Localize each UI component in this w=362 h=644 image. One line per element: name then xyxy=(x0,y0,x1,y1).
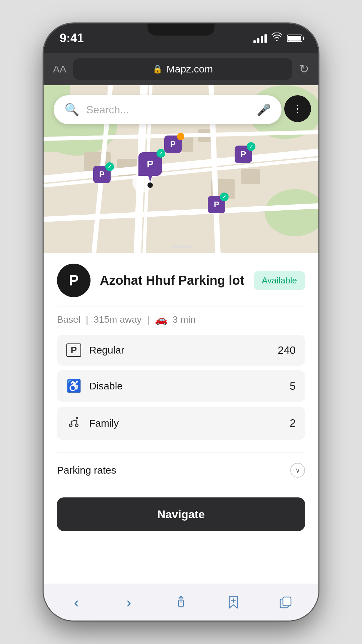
disable-icon: ♿ xyxy=(66,379,81,393)
lot-header: P Azohat Hhuf Parking lot Available xyxy=(57,264,305,297)
search-bar[interactable]: 🔍 Search... 🎤 xyxy=(54,95,282,124)
parking-type-disable[interactable]: ♿ Disable 5 xyxy=(57,370,305,402)
availability-badge: Available xyxy=(254,271,305,290)
status-icons xyxy=(253,33,302,44)
phone-frame: 9:41 xyxy=(44,23,318,621)
more-options-button[interactable]: ⋮ xyxy=(284,95,311,122)
browser-forward-button[interactable]: › xyxy=(115,594,142,611)
parking-marker-5[interactable]: P ✓ xyxy=(208,196,225,213)
parking-rates-section[interactable]: Parking rates ∨ xyxy=(57,452,305,488)
family-icon xyxy=(66,415,81,431)
svg-rect-8 xyxy=(241,169,260,184)
browser-url-container[interactable]: 🔒 Mapz.com xyxy=(73,58,292,80)
map-area[interactable]: 🔍 Search... 🎤 ⋮ P P ✓ xyxy=(44,85,318,253)
lot-icon-letter: P xyxy=(69,272,78,289)
search-icon: 🔍 xyxy=(64,103,79,117)
svg-point-14 xyxy=(76,417,78,419)
browser-tabs-button[interactable] xyxy=(272,596,299,608)
parking-marker-main[interactable]: P ✓ xyxy=(137,152,164,188)
browser-share-button[interactable] xyxy=(168,596,194,609)
browser-nav-bar: ‹ › xyxy=(44,584,318,621)
drag-handle[interactable] xyxy=(171,246,191,248)
lot-icon: P xyxy=(57,264,90,297)
family-count: 2 xyxy=(290,417,296,429)
browser-bar: AA 🔒 Mapz.com ↻ xyxy=(44,53,318,85)
badge-orange xyxy=(177,133,184,140)
disable-label: Disable xyxy=(89,380,282,392)
signal-bars-icon xyxy=(253,34,267,43)
regular-parking-icon: P xyxy=(66,343,81,357)
regular-label: Regular xyxy=(89,344,270,356)
status-time: 9:41 xyxy=(60,31,84,45)
parking-marker-2[interactable]: P ✓ xyxy=(235,146,252,163)
browser-bookmarks-button[interactable] xyxy=(220,596,247,609)
drive-time: 3 min xyxy=(173,314,195,325)
search-input[interactable]: Search... xyxy=(86,104,250,116)
badge-check: ✓ xyxy=(247,142,255,151)
battery-icon xyxy=(287,35,302,42)
phone-screen: 9:41 xyxy=(44,23,318,621)
parking-type-regular[interactable]: P Regular 240 xyxy=(57,335,305,366)
navigate-button[interactable]: Navigate xyxy=(57,497,305,531)
chevron-down-icon[interactable]: ∨ xyxy=(290,463,305,478)
refresh-icon[interactable]: ↻ xyxy=(299,62,309,76)
parking-marker-1[interactable]: P xyxy=(164,136,182,153)
rates-label: Parking rates xyxy=(57,465,116,476)
browser-back-button[interactable]: ‹ xyxy=(63,594,90,611)
family-label: Family xyxy=(89,418,282,429)
divider-1 xyxy=(57,307,305,307)
badge-check-3: ✓ xyxy=(105,162,114,171)
badge-check-5: ✓ xyxy=(220,193,229,201)
wifi-icon xyxy=(272,33,282,44)
parking-marker-3[interactable]: P ✓ xyxy=(93,166,111,183)
regular-count: 240 xyxy=(278,344,296,357)
microphone-icon[interactable]: 🎤 xyxy=(257,103,271,116)
badge-check-main: ✓ xyxy=(157,149,165,158)
notch xyxy=(147,23,215,36)
location-city: Basel xyxy=(57,314,80,325)
bottom-sheet: P Azohat Hhuf Parking lot Available Base… xyxy=(44,253,318,584)
browser-url: Mapz.com xyxy=(167,63,213,75)
lot-name: Azohat Hhuf Parking lot xyxy=(100,273,244,288)
car-icon: 🚗 xyxy=(155,314,167,325)
parking-types-list: P Regular 240 ♿ Disable 5 xyxy=(57,335,305,444)
lock-icon: 🔒 xyxy=(153,64,163,74)
location-info: Basel | 315m away | 🚗 3 min xyxy=(57,314,305,325)
disable-count: 5 xyxy=(290,380,296,392)
parking-type-family[interactable]: Family 2 xyxy=(57,407,305,440)
location-distance: 315m away xyxy=(94,314,141,325)
svg-rect-17 xyxy=(283,597,291,606)
browser-aa[interactable]: AA xyxy=(53,63,66,75)
